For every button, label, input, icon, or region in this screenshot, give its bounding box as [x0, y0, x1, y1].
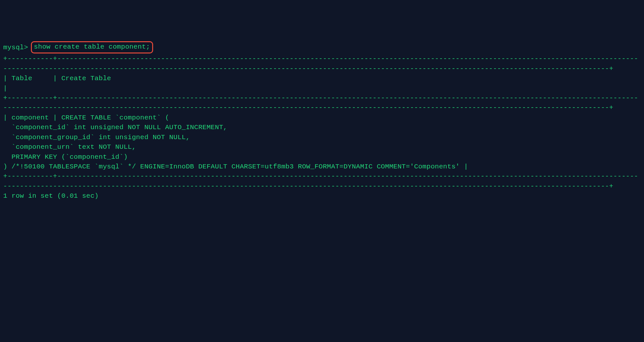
- create-table-line-2: `component_id` int unsigned NOT NULL AUT…: [3, 124, 227, 131]
- create-table-line-3: `component_group_id` int unsigned NOT NU…: [3, 134, 190, 141]
- result-footer: 1 row in set (0.01 sec): [3, 192, 99, 200]
- border-bottom: +-----------+---------------------------…: [3, 173, 638, 190]
- create-table-line-6: ) /*!50100 TABLESPACE `mysql` */ ENGINE=…: [3, 163, 468, 170]
- border-mid: +-----------+---------------------------…: [3, 94, 638, 111]
- command-highlight: show create table component;: [31, 41, 153, 53]
- create-table-line-4: `component_urn` text NOT NULL,: [3, 143, 136, 151]
- mysql-prompt: mysql>: [3, 44, 28, 51]
- border-top: +-----------+---------------------------…: [3, 55, 638, 72]
- sql-command: show create table component;: [34, 43, 150, 51]
- table-header: | Table | Create Table: [3, 75, 644, 92]
- create-table-line-5: PRIMARY KEY (`component_id`): [3, 153, 128, 161]
- terminal-output[interactable]: mysql> show create table component; +---…: [3, 42, 641, 201]
- create-table-line-1: | component | CREATE TABLE `component` (: [3, 114, 169, 121]
